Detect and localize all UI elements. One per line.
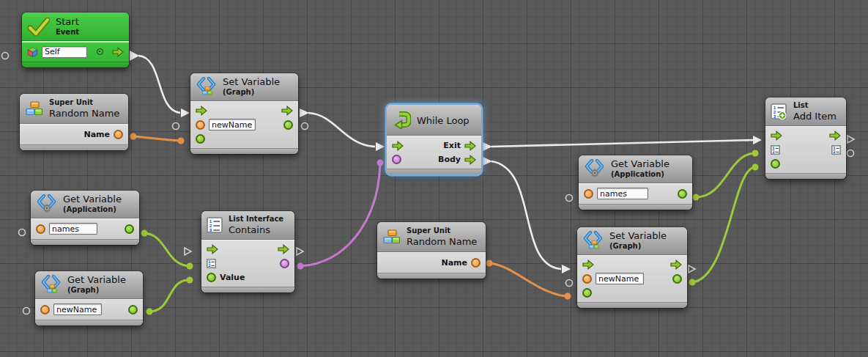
node-footer <box>35 320 143 325</box>
node-while-loop[interactable]: While Loop Exit Body <box>387 105 481 174</box>
blocks-icon <box>202 87 212 95</box>
variable-name-port[interactable] <box>584 189 593 199</box>
value-in-port[interactable] <box>582 288 592 298</box>
unconnected-flow-indicator <box>297 248 303 255</box>
node-footer <box>31 239 139 245</box>
node-set-variable-graph-2[interactable]: Set Variable (Graph) <box>577 227 687 308</box>
node-start-event[interactable]: Start Event <box>22 12 129 67</box>
unconnected-port-indicator <box>2 53 9 59</box>
unconnected-port-indicator <box>847 150 854 157</box>
blocks-icon <box>47 284 57 293</box>
variable-name-field[interactable] <box>597 188 648 199</box>
node-random-name-2[interactable]: Super Unit Random Name Name <box>377 222 486 279</box>
wire-randomname1-to-setvar1[interactable] <box>133 136 180 141</box>
node-title: Random Name <box>49 108 119 119</box>
node-list-add-item[interactable]: List Add Item <box>765 97 846 179</box>
wire-exit-to-additem-head <box>753 136 762 144</box>
flow-in-port[interactable] <box>207 244 218 254</box>
node-scope: (Graph) <box>609 242 667 251</box>
variable-name-field[interactable] <box>53 303 102 315</box>
unconnected-flow-indicator <box>689 265 695 273</box>
node-kind: Super Unit <box>407 227 477 236</box>
wire-start-to-setvar1-tail <box>130 51 139 61</box>
node-list-contains[interactable]: List Interface Contains Value <box>201 211 294 292</box>
variable-name-port[interactable] <box>582 274 592 284</box>
wire-exit-to-additem[interactable] <box>492 140 754 147</box>
node-get-variable-newname[interactable]: Get Variable (Graph) <box>35 271 143 325</box>
wire-body-to-setvar2-tail <box>483 157 492 166</box>
value-out-port[interactable] <box>128 305 138 314</box>
list-add-icon <box>771 103 787 119</box>
flow-in-port[interactable] <box>771 130 782 141</box>
value-out-port[interactable] <box>672 274 682 284</box>
value-out-port[interactable] <box>678 189 687 199</box>
flow-in-port[interactable] <box>392 141 404 151</box>
flow-in-port[interactable] <box>196 106 207 116</box>
value-out-port[interactable] <box>283 120 293 130</box>
node-footer <box>201 287 294 292</box>
target-icon <box>97 48 103 55</box>
node-get-variable-names-right[interactable]: Get Variable (Application) <box>579 155 692 210</box>
wire-newname-to-contains[interactable] <box>149 280 189 312</box>
node-footer <box>577 302 687 308</box>
flow-out-port[interactable] <box>829 130 841 141</box>
variable-name-field[interactable] <box>209 119 256 130</box>
exit-flow-port[interactable] <box>464 141 476 151</box>
node-get-variable-names-left[interactable]: Get Variable (Application) <box>31 191 139 245</box>
variable-name-port[interactable] <box>40 305 50 314</box>
list-in-port[interactable] <box>771 145 780 155</box>
wire-exit-to-additem-tail <box>483 142 492 151</box>
flow-out-port[interactable] <box>278 244 289 254</box>
name-out-port[interactable] <box>114 130 123 139</box>
list-out-port[interactable] <box>831 145 841 155</box>
node-title: Get Variable <box>63 194 122 205</box>
node-title: Set Variable <box>609 230 667 242</box>
wire-start-to-setvar1[interactable] <box>138 56 180 113</box>
node-set-variable-graph-1[interactable]: Set Variable (Graph) <box>190 73 298 154</box>
result-out-port[interactable] <box>280 259 289 268</box>
gear-icon <box>42 204 51 213</box>
value-in-port[interactable] <box>196 134 205 144</box>
wire-body-to-setvar2-head <box>562 265 571 273</box>
wire-contains-to-while[interactable] <box>300 166 380 266</box>
wire-setvar1-to-while-head <box>376 142 385 151</box>
graph-canvas[interactable]: 1 2 <box>0 0 868 357</box>
list-in-port[interactable] <box>207 259 216 268</box>
node-kind: List Interface <box>229 215 283 224</box>
wire-namesleft-to-contains[interactable] <box>144 233 189 266</box>
wire-setvar1-to-while[interactable] <box>308 113 375 147</box>
flow-out-port[interactable] <box>670 260 682 270</box>
variable-name-port[interactable] <box>36 224 45 234</box>
value-in-port[interactable] <box>207 273 216 282</box>
node-title: Add Item <box>793 111 837 122</box>
wire-body-to-setvar2[interactable] <box>492 161 561 269</box>
variable-name-field[interactable] <box>49 223 97 235</box>
variable-name-port[interactable] <box>196 120 205 130</box>
flow-in-port[interactable] <box>582 260 594 270</box>
wire-setvar2-to-additem[interactable] <box>692 167 754 282</box>
unconnected-flow-indicator <box>185 248 191 255</box>
gear-icon <box>590 169 599 177</box>
loop-icon <box>393 111 411 129</box>
condition-port[interactable] <box>392 155 401 164</box>
exit-label: Exit <box>443 141 461 150</box>
value-out-port[interactable] <box>125 224 134 234</box>
node-kind: List <box>793 101 837 111</box>
value-label: Value <box>220 273 245 282</box>
body-flow-port[interactable] <box>464 155 476 165</box>
node-footer <box>22 62 129 67</box>
body-label: Body <box>438 155 461 164</box>
unconnected-port-indicator <box>23 308 30 314</box>
list-icon <box>207 217 223 233</box>
self-field[interactable] <box>42 46 87 58</box>
variable-name-field[interactable] <box>596 273 644 284</box>
item-in-port[interactable] <box>771 159 780 169</box>
name-out-port[interactable] <box>471 258 481 268</box>
super-unit-blocks-icon <box>26 101 43 116</box>
node-title: Get Variable <box>611 158 669 170</box>
flow-out-port[interactable] <box>281 106 293 116</box>
node-footer <box>20 144 128 150</box>
flow-out-port[interactable] <box>112 47 124 57</box>
node-random-name-1[interactable]: Super Unit Random Name Name <box>20 94 128 150</box>
node-title: Get Variable <box>67 274 126 286</box>
